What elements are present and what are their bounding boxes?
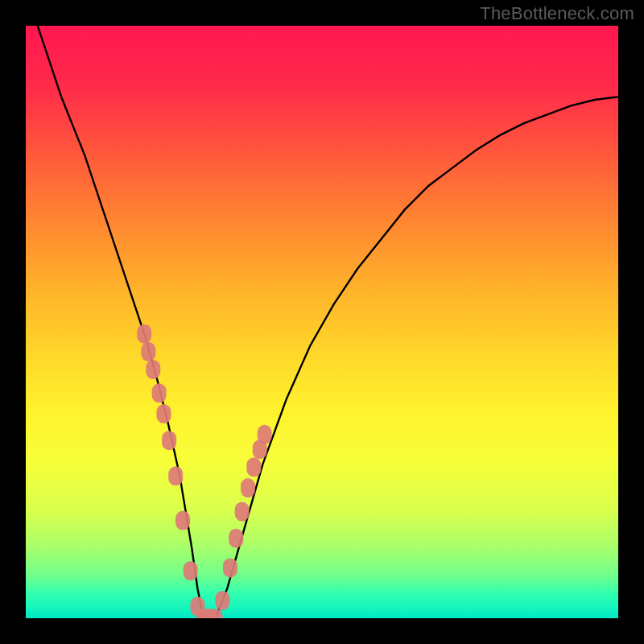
highlight-dot [184, 561, 198, 580]
highlight-dot [235, 502, 250, 522]
highlight-dot [258, 425, 272, 444]
highlight-dot [223, 558, 237, 577]
highlight-dot [241, 478, 255, 497]
highlight-dot [137, 324, 151, 344]
highlight-dot [152, 383, 167, 402]
chart-svg [26, 26, 618, 618]
highlight-dot [175, 511, 190, 530]
chart-frame: TheBottleneck.com [0, 0, 644, 644]
highlight-dot [156, 404, 171, 423]
highlight-dot [162, 431, 176, 450]
highlight-dot [246, 457, 261, 477]
bottleneck-curve [38, 26, 618, 618]
highlight-dot [141, 342, 155, 361]
highlight-dot [215, 591, 229, 610]
highlight-dot [229, 529, 243, 548]
highlight-dots-group [137, 324, 271, 618]
plot-area [26, 26, 618, 618]
watermark-text: TheBottleneck.com [480, 3, 634, 24]
highlight-dot [146, 360, 160, 379]
highlight-dot [168, 466, 183, 485]
